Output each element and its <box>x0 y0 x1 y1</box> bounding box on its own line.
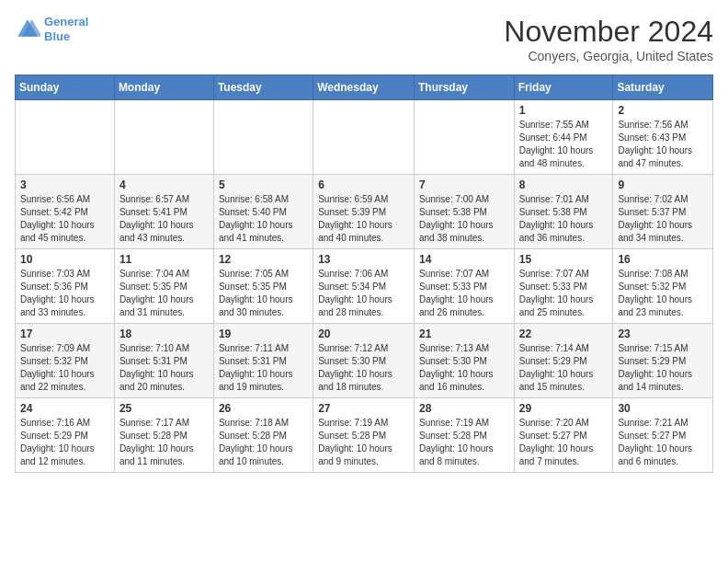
calendar: SundayMondayTuesdayWednesdayThursdayFrid… <box>15 75 713 473</box>
day-info: Sunrise: 7:01 AM Sunset: 5:38 PM Dayligh… <box>519 193 609 245</box>
day-cell: 21Sunrise: 7:13 AM Sunset: 5:30 PM Dayli… <box>414 324 514 398</box>
day-number: 4 <box>119 178 209 191</box>
day-number: 9 <box>618 178 708 191</box>
day-cell: 23Sunrise: 7:15 AM Sunset: 5:29 PM Dayli… <box>613 324 713 398</box>
day-cell <box>313 100 415 175</box>
week-row-1: 3Sunrise: 6:56 AM Sunset: 5:42 PM Daylig… <box>16 175 713 249</box>
day-cell: 1Sunrise: 7:55 AM Sunset: 6:44 PM Daylig… <box>514 100 613 175</box>
day-cell: 19Sunrise: 7:11 AM Sunset: 5:31 PM Dayli… <box>213 324 313 398</box>
weekday-header-row: SundayMondayTuesdayWednesdayThursdayFrid… <box>16 75 713 100</box>
day-number: 10 <box>20 253 109 266</box>
day-cell: 13Sunrise: 7:06 AM Sunset: 5:34 PM Dayli… <box>313 249 415 324</box>
day-info: Sunrise: 7:07 AM Sunset: 5:33 PM Dayligh… <box>419 268 509 319</box>
weekday-monday: Monday <box>114 75 213 100</box>
day-info: Sunrise: 7:02 AM Sunset: 5:37 PM Dayligh… <box>618 193 708 245</box>
day-cell: 8Sunrise: 7:01 AM Sunset: 5:38 PM Daylig… <box>514 175 613 249</box>
weekday-thursday: Thursday <box>414 75 514 100</box>
day-cell <box>414 100 514 175</box>
day-number: 24 <box>20 402 109 415</box>
day-cell: 17Sunrise: 7:09 AM Sunset: 5:32 PM Dayli… <box>16 324 115 398</box>
weekday-wednesday: Wednesday <box>313 75 415 100</box>
day-cell: 14Sunrise: 7:07 AM Sunset: 5:33 PM Dayli… <box>414 249 514 324</box>
day-number: 15 <box>519 253 609 266</box>
day-cell: 27Sunrise: 7:19 AM Sunset: 5:28 PM Dayli… <box>313 398 415 473</box>
day-number: 12 <box>219 253 308 266</box>
day-cell: 3Sunrise: 6:56 AM Sunset: 5:42 PM Daylig… <box>16 175 115 249</box>
week-row-2: 10Sunrise: 7:03 AM Sunset: 5:36 PM Dayli… <box>16 249 713 324</box>
day-number: 28 <box>419 402 509 415</box>
day-number: 25 <box>119 402 209 415</box>
title-block: November 2024 Conyers, Georgia, United S… <box>504 15 713 63</box>
day-number: 14 <box>419 253 509 266</box>
day-info: Sunrise: 7:04 AM Sunset: 5:35 PM Dayligh… <box>119 268 209 319</box>
day-info: Sunrise: 6:57 AM Sunset: 5:41 PM Dayligh… <box>119 193 209 245</box>
day-cell: 7Sunrise: 7:00 AM Sunset: 5:38 PM Daylig… <box>414 175 514 249</box>
day-number: 22 <box>519 327 609 340</box>
day-info: Sunrise: 7:11 AM Sunset: 5:31 PM Dayligh… <box>219 342 308 394</box>
day-cell: 6Sunrise: 6:59 AM Sunset: 5:39 PM Daylig… <box>313 175 415 249</box>
weekday-saturday: Saturday <box>613 75 713 100</box>
logo-line1: General <box>44 15 88 29</box>
day-cell <box>213 100 313 175</box>
logo-line2: Blue <box>44 29 70 43</box>
day-info: Sunrise: 7:06 AM Sunset: 5:34 PM Dayligh… <box>318 268 409 319</box>
day-cell: 24Sunrise: 7:16 AM Sunset: 5:29 PM Dayli… <box>16 398 115 473</box>
day-info: Sunrise: 7:21 AM Sunset: 5:27 PM Dayligh… <box>618 417 708 468</box>
day-number: 30 <box>618 402 708 415</box>
day-number: 2 <box>618 104 708 117</box>
day-number: 6 <box>318 178 409 191</box>
weekday-friday: Friday <box>514 75 613 100</box>
day-cell <box>114 100 213 175</box>
day-info: Sunrise: 6:56 AM Sunset: 5:42 PM Dayligh… <box>20 193 109 245</box>
day-cell: 28Sunrise: 7:19 AM Sunset: 5:28 PM Dayli… <box>414 398 514 473</box>
day-info: Sunrise: 6:58 AM Sunset: 5:40 PM Dayligh… <box>219 193 308 245</box>
day-info: Sunrise: 7:19 AM Sunset: 5:28 PM Dayligh… <box>419 417 509 468</box>
logo-text: General Blue <box>44 15 88 43</box>
day-number: 13 <box>318 253 409 266</box>
day-number: 21 <box>419 327 509 340</box>
week-row-3: 17Sunrise: 7:09 AM Sunset: 5:32 PM Dayli… <box>16 324 713 398</box>
logo: General Blue <box>15 15 88 43</box>
day-cell: 4Sunrise: 6:57 AM Sunset: 5:41 PM Daylig… <box>114 175 213 249</box>
day-number: 16 <box>618 253 708 266</box>
day-cell: 29Sunrise: 7:20 AM Sunset: 5:27 PM Dayli… <box>514 398 613 473</box>
day-number: 23 <box>618 327 708 340</box>
day-cell: 25Sunrise: 7:17 AM Sunset: 5:28 PM Dayli… <box>114 398 213 473</box>
page-header: General Blue November 2024 Conyers, Geor… <box>15 15 713 63</box>
day-number: 8 <box>519 178 609 191</box>
day-cell: 18Sunrise: 7:10 AM Sunset: 5:31 PM Dayli… <box>114 324 213 398</box>
day-info: Sunrise: 7:20 AM Sunset: 5:27 PM Dayligh… <box>519 417 609 468</box>
day-cell: 12Sunrise: 7:05 AM Sunset: 5:35 PM Dayli… <box>213 249 313 324</box>
day-cell: 9Sunrise: 7:02 AM Sunset: 5:37 PM Daylig… <box>613 175 713 249</box>
day-info: Sunrise: 7:12 AM Sunset: 5:30 PM Dayligh… <box>318 342 409 394</box>
day-number: 19 <box>219 327 308 340</box>
logo-icon <box>15 17 40 42</box>
day-cell: 5Sunrise: 6:58 AM Sunset: 5:40 PM Daylig… <box>213 175 313 249</box>
day-cell: 2Sunrise: 7:56 AM Sunset: 6:43 PM Daylig… <box>613 100 713 175</box>
weekday-tuesday: Tuesday <box>213 75 313 100</box>
day-info: Sunrise: 7:10 AM Sunset: 5:31 PM Dayligh… <box>119 342 209 394</box>
day-info: Sunrise: 7:13 AM Sunset: 5:30 PM Dayligh… <box>419 342 509 394</box>
day-info: Sunrise: 7:07 AM Sunset: 5:33 PM Dayligh… <box>519 268 609 319</box>
day-number: 11 <box>119 253 209 266</box>
day-number: 29 <box>519 402 609 415</box>
day-info: Sunrise: 7:15 AM Sunset: 5:29 PM Dayligh… <box>618 342 708 394</box>
weekday-sunday: Sunday <box>16 75 115 100</box>
month-title: November 2024 <box>504 15 713 49</box>
day-number: 27 <box>318 402 409 415</box>
day-number: 3 <box>20 178 109 191</box>
day-cell: 10Sunrise: 7:03 AM Sunset: 5:36 PM Dayli… <box>16 249 115 324</box>
day-info: Sunrise: 7:16 AM Sunset: 5:29 PM Dayligh… <box>20 417 109 468</box>
day-info: Sunrise: 7:14 AM Sunset: 5:29 PM Dayligh… <box>519 342 609 394</box>
day-info: Sunrise: 7:56 AM Sunset: 6:43 PM Dayligh… <box>618 119 708 170</box>
day-info: Sunrise: 7:19 AM Sunset: 5:28 PM Dayligh… <box>318 417 409 468</box>
day-number: 17 <box>20 327 109 340</box>
day-number: 5 <box>219 178 308 191</box>
day-number: 1 <box>519 104 609 117</box>
day-info: Sunrise: 7:09 AM Sunset: 5:32 PM Dayligh… <box>20 342 109 394</box>
week-row-0: 1Sunrise: 7:55 AM Sunset: 6:44 PM Daylig… <box>16 100 713 175</box>
day-info: Sunrise: 6:59 AM Sunset: 5:39 PM Dayligh… <box>318 193 409 245</box>
day-number: 7 <box>419 178 509 191</box>
day-info: Sunrise: 7:08 AM Sunset: 5:32 PM Dayligh… <box>618 268 708 319</box>
day-info: Sunrise: 7:17 AM Sunset: 5:28 PM Dayligh… <box>119 417 209 468</box>
